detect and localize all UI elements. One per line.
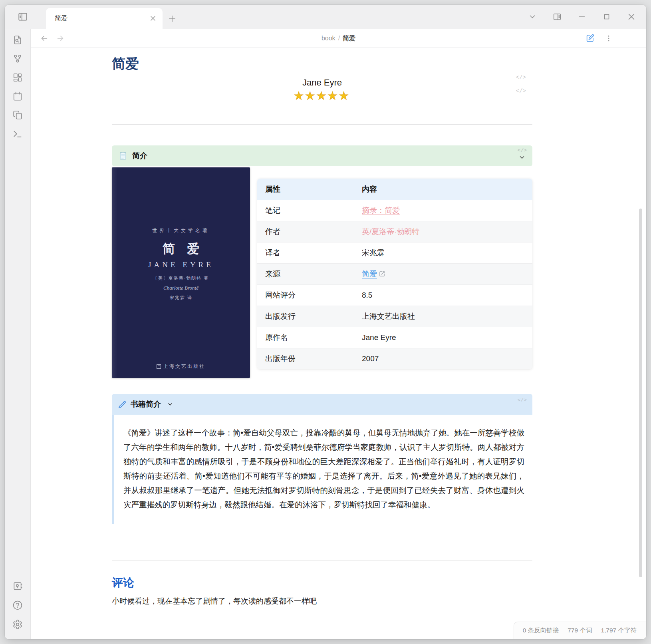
left-sidebar-toggle-icon[interactable] xyxy=(18,12,28,22)
rail-bottom-icons xyxy=(5,581,30,630)
col-header-value: 内容 xyxy=(354,179,532,200)
cover-title-cn: 简爱 xyxy=(112,241,250,257)
summary-callout-body: 《简爱》讲述了这样一个故事：简•爱自幼父母双亡，投靠冷酷的舅母，但舅母无情地抛弃… xyxy=(112,415,532,524)
attr-key: 出版年份 xyxy=(257,348,354,369)
left-rail xyxy=(5,29,31,639)
attributes-table-wrap: 属性 内容 笔记 摘录：简爱 作者 xyxy=(257,179,532,378)
breadcrumb-separator: / xyxy=(338,35,340,42)
attr-key: 原作名 xyxy=(257,327,354,348)
close-window-icon[interactable] xyxy=(627,12,636,21)
vault-icon[interactable] xyxy=(12,581,23,591)
breadcrumb-page[interactable]: 简爱 xyxy=(343,34,355,43)
page-title: 简爱 xyxy=(112,55,532,72)
right-sidebar-toggle-icon[interactable] xyxy=(553,12,562,21)
app-window: 简爱 xyxy=(5,5,646,639)
table-row: 笔记 摘录：简爱 xyxy=(257,200,532,221)
breadcrumb: book / 简爱 xyxy=(31,29,646,48)
layout-dashboard-icon[interactable] xyxy=(12,72,23,83)
copy-icon[interactable] xyxy=(12,110,23,120)
cover-author-cn: 〔美〕夏洛蒂·勃朗特 著 xyxy=(112,275,250,281)
titlebar: 简爱 xyxy=(5,5,646,29)
edit-block-icon[interactable]: </> xyxy=(516,88,526,94)
divider xyxy=(112,561,532,561)
more-options-icon[interactable] xyxy=(605,34,613,42)
intro-callout-title: 简介 xyxy=(132,151,147,161)
collapse-chevron-icon[interactable] xyxy=(518,154,526,161)
main-pane: book / 简爱 简爱 Jane Eyre ★★★★★ </> </> xyxy=(31,29,646,639)
summary-callout-title: 书籍简介 xyxy=(131,399,161,409)
publisher-logo-icon xyxy=(157,364,161,369)
source-external-link[interactable]: 简爱 xyxy=(362,270,377,278)
table-row: 出版年份 2007 xyxy=(257,348,532,369)
attr-key: 笔记 xyxy=(257,200,354,221)
tab-list-chevron-icon[interactable] xyxy=(528,12,537,21)
file-search-icon[interactable] xyxy=(12,35,23,45)
attr-value: 摘录：简爱 xyxy=(354,200,532,221)
edit-block-icon[interactable]: </> xyxy=(516,74,526,81)
external-link-icon[interactable] xyxy=(379,271,385,277)
attributes-table: 属性 内容 笔记 摘录：简爱 作者 xyxy=(257,179,532,369)
tab-close-icon[interactable] xyxy=(149,14,157,22)
maximize-icon[interactable] xyxy=(602,12,611,21)
window-controls xyxy=(528,12,636,21)
divider xyxy=(112,124,532,125)
intro-callout-header[interactable]: 简介 </> xyxy=(112,145,532,166)
table-row: 译者 宋兆霖 xyxy=(257,242,532,263)
cover-translator: 宋兆霖 译 xyxy=(112,295,250,301)
tab-title: 简爱 xyxy=(55,14,149,23)
attr-value: 上海文艺出版社 xyxy=(354,306,532,327)
table-row: 原作名 Jane Eyre xyxy=(257,327,532,348)
table-row: 来源 简爱 xyxy=(257,263,532,284)
edit-mode-icon[interactable] xyxy=(586,34,594,42)
attr-key: 作者 xyxy=(257,221,354,242)
cover-series-label: 世界十大文学名著 xyxy=(112,227,250,234)
tab-jane-eyre[interactable]: 简爱 xyxy=(46,8,163,29)
attr-value: Jane Eyre xyxy=(354,327,532,348)
backlinks-count[interactable]: 0 条反向链接 xyxy=(523,626,559,635)
cover-title-en: JANE EYRE xyxy=(112,260,250,269)
help-icon[interactable] xyxy=(12,600,23,610)
note-page: 简爱 Jane Eyre ★★★★★ </> </> 简介 </> xyxy=(112,48,532,607)
edit-block-icon[interactable]: </> xyxy=(518,147,527,153)
breadcrumb-folder[interactable]: book xyxy=(322,35,335,42)
table-header-row: 属性 内容 xyxy=(257,179,532,200)
book-subtitle: Jane Eyre xyxy=(112,77,532,89)
cover-author-en: Charlotte Brontë xyxy=(112,285,250,291)
new-tab-icon[interactable] xyxy=(168,14,177,23)
minimize-icon[interactable] xyxy=(578,12,586,21)
attr-value: 宋兆霖 xyxy=(354,242,532,263)
note-internal-link[interactable]: 摘录：简爱 xyxy=(362,206,400,215)
table-row: 出版发行 上海文艺出版社 xyxy=(257,306,532,327)
scrollbar-thumb[interactable] xyxy=(639,209,642,577)
terminal-icon[interactable] xyxy=(12,129,23,139)
attr-value: 8.5 xyxy=(354,284,532,306)
cover-publisher: 上海文艺出版社 xyxy=(112,363,250,370)
comment-text: 小时候看过，现在基本忘了剧情了，每次读的感受都不一样吧 xyxy=(112,596,532,607)
rail-top-icons xyxy=(5,29,30,139)
comments-heading: 评论 xyxy=(112,576,532,590)
table-row: 作者 英/夏洛蒂·勃朗特 xyxy=(257,221,532,242)
col-header-key: 属性 xyxy=(257,179,354,200)
graph-icon[interactable] xyxy=(12,54,23,64)
settings-gear-icon[interactable] xyxy=(12,619,23,630)
book-cover-image: 世界十大文学名著 简爱 JANE EYRE 〔美〕夏洛蒂·勃朗特 著 Charl… xyxy=(112,167,250,378)
char-count: 1,797 个字符 xyxy=(601,626,637,635)
view-header: book / 简爱 xyxy=(31,29,646,48)
summary-callout-header[interactable]: 书籍简介 </> xyxy=(112,394,532,415)
word-count: 779 个词 xyxy=(568,626,592,635)
edit-block-icon[interactable]: </> xyxy=(518,397,527,403)
summary-callout: 书籍简介 </> 《简爱》讲述了这样一个故事：简•爱自幼父母双亡，投靠冷酷的舅母… xyxy=(112,394,532,524)
note-content-scroll: 简爱 Jane Eyre ★★★★★ </> </> 简介 </> xyxy=(31,48,646,639)
attr-value: 2007 xyxy=(354,348,532,369)
attr-key: 出版发行 xyxy=(257,306,354,327)
attr-value: 简爱 xyxy=(354,263,532,284)
attr-key: 来源 xyxy=(257,263,354,284)
intro-callout-content: 世界十大文学名著 简爱 JANE EYRE 〔美〕夏洛蒂·勃朗特 著 Charl… xyxy=(112,167,532,378)
attr-value: 英/夏洛蒂·勃朗特 xyxy=(354,221,532,242)
author-internal-link[interactable]: 英/夏洛蒂·勃朗特 xyxy=(362,227,420,236)
notepad-icon xyxy=(118,151,128,161)
status-bar: 0 条反向链接 779 个词 1,797 个字符 xyxy=(514,622,646,639)
pencil-icon xyxy=(118,400,126,408)
calendar-icon[interactable] xyxy=(12,91,23,101)
collapse-chevron-icon[interactable] xyxy=(167,401,173,407)
